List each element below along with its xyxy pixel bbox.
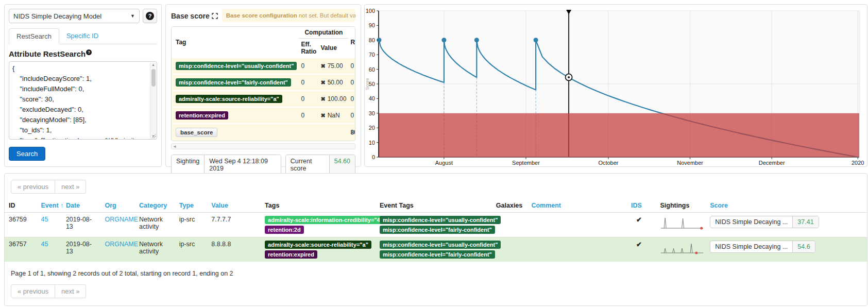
tag-badge[interactable]: retention:2d	[265, 226, 304, 234]
column-header-score[interactable]: Score	[706, 199, 867, 213]
sighting-label: Sighting	[172, 155, 204, 175]
tag-badge[interactable]: misp:confidence-level="usually-confident…	[380, 241, 501, 249]
svg-text:90: 90	[369, 22, 375, 28]
tag-badge[interactable]: misp:confidence-level="usually-confident…	[176, 62, 297, 70]
search-button[interactable]: Search	[9, 147, 45, 161]
cell-type: ip-src	[175, 237, 208, 262]
computation-value: ✖50.00	[318, 74, 348, 91]
search-tabs: RestSearch Specific ID	[9, 28, 157, 44]
score-model-name: NIDS Simple Decaying ...	[710, 216, 792, 228]
event-link[interactable]: 45	[41, 216, 48, 223]
result-value: 0	[348, 91, 355, 107]
tag-badge[interactable]: admiralty-scale:information-credibility=…	[265, 216, 386, 224]
cell-event-tags: misp:confidence-level="usually-confident…	[376, 237, 492, 262]
computation-value: ✖NaN	[318, 107, 348, 124]
eff-ratio-value: 0	[299, 107, 318, 124]
horizontal-scrollbar[interactable]: ◄	[171, 143, 355, 149]
pagination-top: « previous next »	[11, 180, 86, 194]
svg-text:60: 60	[369, 66, 375, 73]
model-select[interactable]: NIDS Simple Decaying Model ▼	[9, 9, 140, 23]
svg-text:70: 70	[369, 52, 375, 58]
ids-check-icon: ✔	[631, 216, 642, 224]
decay-score-badge[interactable]: NIDS Simple Decaying ...37.41	[710, 216, 819, 228]
tab-restsearch[interactable]: RestSearch	[9, 28, 59, 44]
result-value: 0	[348, 107, 355, 124]
textarea-scrollbar[interactable]: ▲ ▼	[150, 62, 156, 139]
multiply-icon: ✖	[320, 112, 325, 118]
last-sighting-dot	[695, 252, 698, 254]
column-header-galaxies: Galaxies	[492, 199, 527, 213]
base-score-result: 80.00	[348, 124, 355, 141]
score-value: 54.6	[792, 241, 814, 252]
multiply-icon: ✖	[320, 79, 325, 86]
cell-comment	[527, 213, 627, 237]
restsearch-textarea[interactable]: { "includeDecayScore": 1, "includeFullMo…	[9, 61, 157, 140]
tag-badge[interactable]: admiralty-scale:source-reliability="a"	[176, 95, 282, 103]
previous-page-button[interactable]: « previous	[11, 284, 55, 298]
column-header-comment[interactable]: Comment	[527, 199, 627, 213]
tag-badge[interactable]: misp:confidence-level="usually-confident…	[380, 216, 501, 224]
sightings-sparkline	[660, 216, 705, 230]
tag-badge[interactable]: admiralty-scale:source-reliability="a"	[265, 241, 371, 249]
cell-sightings	[656, 237, 706, 262]
cell-date: 2019-08-13	[62, 237, 101, 262]
decay-chart-panel: 0102030405060708090100AugustSeptemberOct…	[364, 4, 867, 167]
col-tag: Tag	[172, 27, 299, 58]
previous-page-button[interactable]: « previous	[11, 180, 55, 194]
column-header-tags: Tags	[261, 199, 376, 213]
expand-icon[interactable]	[212, 13, 218, 19]
col-value: Value	[318, 39, 348, 58]
column-header-type[interactable]: Type	[175, 199, 208, 213]
column-header-sightings: Sightings	[656, 199, 706, 213]
result-value: 0	[348, 74, 355, 91]
tag-badge[interactable]: misp:confidence-level="fairly-confident"	[380, 226, 495, 234]
restsearch-heading: Attribute RestSearch?	[9, 49, 157, 58]
decay-score-badge[interactable]: NIDS Simple Decaying ...54.6	[710, 241, 815, 253]
event-link[interactable]: 45	[41, 241, 48, 248]
base-score-panel: Base score Base score configuration not …	[165, 4, 361, 167]
column-header-date[interactable]: Date	[62, 199, 101, 213]
scroll-left-icon[interactable]: ◄	[173, 144, 177, 149]
tag-badge[interactable]: misp:confidence-level="fairly-confident"	[380, 250, 495, 259]
decay-score-chart[interactable]: 0102030405060708090100AugustSeptemberOct…	[365, 5, 867, 166]
scroll-up-icon[interactable]: ▲	[151, 63, 155, 66]
svg-text:100: 100	[366, 8, 375, 14]
tag-badge[interactable]: misp:confidence-level="fairly-confident"	[176, 78, 291, 87]
model-select-value: NIDS Simple Decaying Model	[13, 12, 101, 20]
tag-badge[interactable]: retention:expired	[265, 250, 317, 259]
help-icon[interactable]: ?	[86, 49, 92, 55]
column-header-category[interactable]: Category	[135, 199, 175, 213]
base-score-pill: base_score	[176, 128, 217, 137]
cell-ids: ✔	[627, 213, 656, 237]
cell-date: 2019-08-13	[62, 213, 101, 237]
cell-tags: admiralty-scale:information-credibility=…	[261, 213, 376, 237]
model-panel: NIDS Simple Decaying Model ▼ ? RestSearc…	[4, 4, 162, 167]
sighting-date: Wed Sep 4 12:18:09 2019	[204, 155, 281, 175]
column-header-event[interactable]: Event ↑	[37, 199, 62, 213]
org-link[interactable]: ORGNAME	[105, 216, 139, 223]
base-score-row: admiralty-scale:source-reliability="a"0✖…	[172, 91, 355, 107]
help-button[interactable]: ?	[143, 9, 157, 23]
pagination-bottom: « previous next »	[11, 284, 86, 298]
tab-specific-id[interactable]: Specific ID	[59, 28, 106, 44]
column-header-org[interactable]: Org	[101, 199, 135, 213]
cell-id: 36757	[5, 237, 37, 262]
org-link[interactable]: ORGNAME	[105, 241, 139, 248]
column-header-value[interactable]: Value	[207, 199, 261, 213]
cell-event: 45	[37, 213, 62, 237]
current-score-label: Current score	[286, 155, 329, 175]
column-header-ids[interactable]: IDS	[627, 199, 656, 213]
cell-category: Network activity	[135, 213, 175, 237]
svg-text:September: September	[512, 160, 540, 166]
resize-handle-icon[interactable]	[151, 133, 156, 139]
next-page-button[interactable]: next »	[55, 180, 86, 194]
last-sighting-dot	[701, 227, 703, 230]
scrollbar-thumb[interactable]	[151, 69, 156, 87]
svg-text:30: 30	[369, 110, 375, 116]
tag-badge[interactable]: retention:expired	[176, 111, 228, 120]
column-header-event_tags: Event Tags	[376, 199, 492, 213]
cell-org: ORGNAME	[101, 237, 135, 262]
next-page-button[interactable]: next »	[55, 284, 86, 298]
col-computation: Computation	[299, 27, 348, 39]
table-row-attribute-36759: 36759452019-08-13ORGNAMENetwork activity…	[5, 213, 867, 237]
